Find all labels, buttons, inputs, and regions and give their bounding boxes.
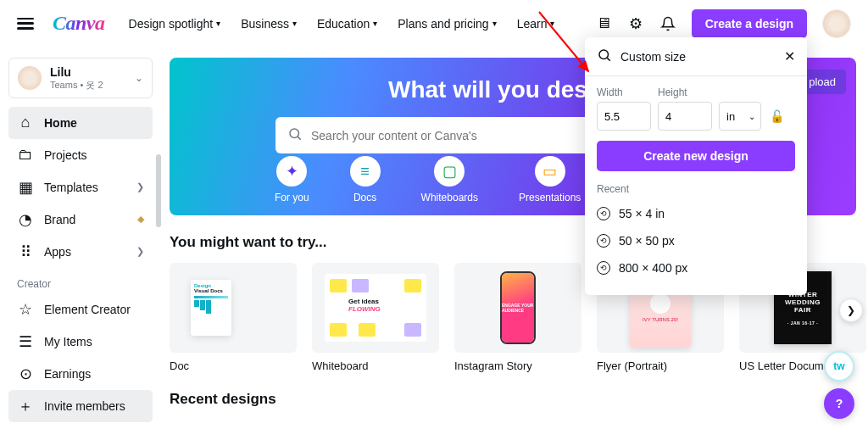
chat-fab[interactable]: tw: [824, 351, 854, 382]
user-avatar: [18, 66, 42, 90]
chevron-right-icon: ❯: [136, 246, 144, 257]
chevron-down-icon: ⌄: [748, 112, 755, 121]
sidebar-item-label: My Items: [44, 335, 144, 348]
chevron-down-icon: ▾: [492, 19, 497, 28]
sidebar-item-label: Apps: [44, 245, 126, 259]
apps-icon: ⠿: [17, 243, 34, 260]
scroll-right-button[interactable]: ❯: [839, 298, 863, 322]
sidebar-item-label: Projects: [44, 148, 144, 162]
scrollbar[interactable]: [156, 154, 161, 227]
create-design-button[interactable]: Create a design: [692, 9, 807, 38]
help-fab[interactable]: ?: [824, 388, 854, 419]
chevron-down-icon: ⌄: [135, 72, 143, 84]
sidebar-item-projects[interactable]: 🗀 Projects: [8, 139, 153, 171]
sidebar-item-invite[interactable]: ＋ Invite members: [8, 390, 153, 422]
lock-icon[interactable]: 🔓: [768, 109, 785, 123]
user-card[interactable]: Lilu Teams • 옷 2 ⌄: [8, 58, 153, 98]
chevron-down-icon: ▾: [292, 19, 297, 28]
sidebar-item-brand[interactable]: ◔ Brand ◆: [8, 203, 153, 236]
clock-icon: ⟲: [597, 234, 610, 248]
recent-size-item[interactable]: ⟲800 × 400 px: [597, 254, 795, 281]
sidebar-item-label: Home: [44, 116, 144, 130]
plus-icon: ＋: [17, 398, 34, 415]
card-doc[interactable]: DesignVisual Docs Design Visual Docs Doc: [170, 263, 297, 372]
sidebar-item-label: Brand: [44, 213, 127, 226]
chevron-down-icon: ▾: [550, 19, 554, 28]
svg-line-3: [607, 58, 609, 60]
card-label: Doc: [170, 359, 297, 372]
svg-point-2: [599, 50, 609, 59]
hamburger-icon[interactable]: [17, 18, 34, 30]
nav-plans[interactable]: Plans and pricing▾: [398, 17, 496, 31]
list-icon: ☰: [17, 333, 34, 350]
avatar[interactable]: [822, 9, 851, 38]
nav-education[interactable]: Education▾: [317, 17, 377, 31]
template-icon: ▦: [17, 179, 34, 196]
logo[interactable]: Canva: [53, 12, 105, 35]
card-instagram-story[interactable]: ENGAGE YOUR AUDIENCE Instagram Story: [454, 263, 581, 372]
chevron-down-icon: ▾: [373, 19, 377, 28]
sidebar-item-element-creator[interactable]: ☆ Element Creator: [8, 293, 153, 326]
create-new-design-button[interactable]: Create new design: [597, 141, 795, 171]
cat-whiteboards[interactable]: ▢Whiteboards: [421, 156, 478, 203]
svg-point-0: [290, 129, 299, 138]
premium-icon: ◆: [137, 214, 144, 225]
cat-presentations[interactable]: ▭Presentations: [519, 156, 581, 203]
width-input[interactable]: [597, 102, 651, 131]
nav-business[interactable]: Business▾: [241, 17, 297, 31]
sidebar-item-trash[interactable]: 🗑 Trash: [8, 422, 153, 429]
bell-icon[interactable]: [659, 15, 676, 32]
recent-size-item[interactable]: ⟲55 × 4 in: [597, 200, 795, 227]
nav-learn[interactable]: Learn▾: [517, 17, 555, 31]
sidebar: Lilu Teams • 옷 2 ⌄ ⌂ Home 🗀 Projects ▦ T…: [0, 47, 161, 429]
folder-icon: 🗀: [17, 147, 34, 164]
creator-section-label: Creator: [8, 268, 153, 293]
sidebar-item-templates[interactable]: ▦ Templates ❯: [8, 171, 153, 203]
width-label: Width: [597, 86, 651, 98]
cat-docs[interactable]: ≡Docs: [350, 156, 381, 203]
search-icon: [597, 47, 612, 65]
section-title-recent: Recent designs: [170, 391, 856, 408]
recent-size-item[interactable]: ⟲50 × 50 px: [597, 227, 795, 254]
user-name: Lilu: [50, 65, 126, 80]
unit-select[interactable]: in⌄: [719, 102, 761, 131]
nav-design-spotlight[interactable]: Design spotlight▾: [129, 17, 221, 31]
sidebar-item-label: Invite members: [44, 399, 144, 413]
height-label: Height: [658, 86, 712, 98]
sidebar-item-my-items[interactable]: ☰ My Items: [8, 326, 153, 358]
popover-title: Custom size: [620, 50, 776, 64]
sidebar-item-label: Earnings: [44, 367, 144, 381]
gear-icon[interactable]: ⚙: [627, 15, 644, 32]
cat-for-you[interactable]: ✦For you: [275, 156, 309, 203]
sidebar-item-apps[interactable]: ⠿ Apps ❯: [8, 236, 153, 268]
search-icon: [287, 126, 303, 144]
card-label: Instagram Story: [454, 359, 581, 372]
chevron-down-icon: ▾: [216, 19, 220, 28]
card-whiteboard[interactable]: Get ideasFLOWING Whiteboard: [312, 263, 439, 372]
clock-icon: ⟲: [597, 261, 610, 275]
desktop-icon[interactable]: 🖥: [595, 15, 612, 32]
clock-icon: ⟲: [597, 207, 610, 220]
user-team: Teams • 옷 2: [50, 80, 126, 91]
close-icon[interactable]: ✕: [784, 48, 795, 64]
top-nav: Design spotlight▾ Business▾ Education▾ P…: [129, 17, 555, 31]
recent-label: Recent: [597, 183, 795, 195]
chevron-right-icon: ❯: [136, 181, 144, 192]
sidebar-item-label: Templates: [44, 181, 126, 194]
card-label: Whiteboard: [312, 359, 439, 372]
header-right: 🖥 ⚙ Create a design: [595, 9, 851, 38]
element-icon: ☆: [17, 301, 34, 318]
earnings-icon: ⊙: [17, 365, 34, 382]
svg-line-1: [298, 136, 300, 139]
sidebar-item-label: Element Creator: [44, 303, 144, 316]
custom-size-popover: Custom size ✕ Width Height in⌄ 🔓 Create …: [585, 37, 807, 295]
sidebar-item-earnings[interactable]: ⊙ Earnings: [8, 358, 153, 390]
height-input[interactable]: [658, 102, 712, 131]
home-icon: ⌂: [17, 114, 34, 131]
sidebar-item-home[interactable]: ⌂ Home: [8, 107, 153, 139]
card-label: Flyer (Portrait): [597, 359, 724, 372]
brand-icon: ◔: [17, 211, 34, 228]
